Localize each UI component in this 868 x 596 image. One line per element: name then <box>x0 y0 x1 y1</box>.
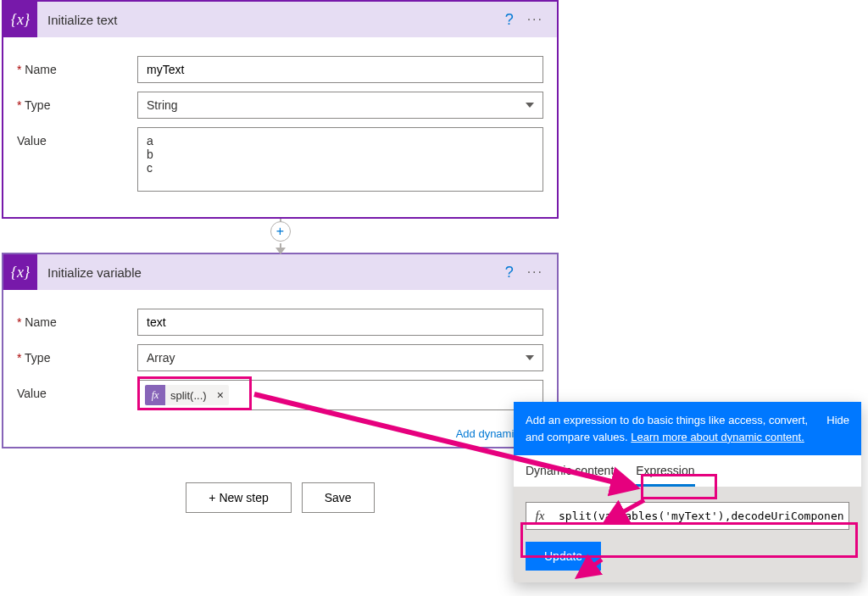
panel-body: fx Update <box>514 487 861 582</box>
tab-dynamic-content[interactable]: Dynamic content <box>526 464 614 487</box>
action-title: Initialize variable <box>37 265 498 280</box>
action-header[interactable]: {x} Initialize variable ? ··· <box>3 254 557 290</box>
expression-input[interactable] <box>554 503 849 529</box>
value-label: Value <box>17 127 137 148</box>
new-step-button[interactable]: + New step <box>186 482 291 513</box>
hide-button[interactable]: Hide <box>826 412 849 445</box>
help-icon[interactable]: ? <box>498 11 520 29</box>
type-value: Array <box>147 351 175 365</box>
save-button[interactable]: Save <box>302 482 375 513</box>
learn-more-link[interactable]: Learn more about dynamic content. <box>631 431 804 443</box>
more-icon[interactable]: ··· <box>520 265 550 280</box>
fx-icon: fx <box>526 503 554 529</box>
value-label: Value <box>17 380 137 400</box>
bottom-buttons: + New step Save <box>2 482 559 513</box>
chevron-down-icon <box>526 103 534 108</box>
value-textarea[interactable]: a b c <box>137 127 543 192</box>
more-icon[interactable]: ··· <box>520 12 550 27</box>
tab-expression[interactable]: Expression <box>636 464 694 487</box>
flow-container: {x} Initialize text ? ··· * Name * Type … <box>2 0 559 513</box>
panel-tabs: Dynamic content Expression <box>514 455 861 487</box>
type-value: String <box>147 98 178 112</box>
add-step-button[interactable]: + <box>270 221 291 242</box>
name-label: * Name <box>17 56 137 76</box>
action-card-initialize-variable: {x} Initialize variable ? ··· * Name * T… <box>2 253 559 448</box>
action-card-initialize-text: {x} Initialize text ? ··· * Name * Type … <box>2 0 559 219</box>
variable-icon: {x} <box>3 254 37 290</box>
chevron-down-icon <box>526 355 534 360</box>
expression-row: fx <box>526 502 849 530</box>
add-dynamic-content-link[interactable]: Add dynamic cont <box>3 427 557 447</box>
name-input[interactable] <box>137 56 543 83</box>
fx-icon: fx <box>145 385 165 405</box>
name-label: * Name <box>17 309 137 329</box>
expression-panel: Add an expression to do basic things lik… <box>514 402 861 582</box>
value-pill-container[interactable]: fx split(...) × <box>137 380 543 410</box>
action-body: * Name * Type Array Value fx <box>3 290 557 422</box>
expression-pill-text: split(...) <box>165 389 212 402</box>
variable-icon: {x} <box>3 2 37 37</box>
action-title: Initialize text <box>37 13 498 27</box>
update-button[interactable]: Update <box>526 542 601 571</box>
pill-close-button[interactable]: × <box>212 388 229 402</box>
action-header[interactable]: {x} Initialize text ? ··· <box>3 2 557 37</box>
expression-pill[interactable]: fx split(...) × <box>145 385 229 405</box>
arrow-down-icon <box>275 248 286 254</box>
connector: + <box>2 219 559 253</box>
type-select[interactable]: String <box>137 92 543 119</box>
panel-header: Add an expression to do basic things lik… <box>514 402 861 455</box>
type-select[interactable]: Array <box>137 344 543 371</box>
type-label: * Type <box>17 344 137 365</box>
type-label: * Type <box>17 92 137 112</box>
action-body: * Name * Type String Value a b c <box>3 37 557 217</box>
help-icon[interactable]: ? <box>498 264 520 281</box>
name-input[interactable] <box>137 309 543 336</box>
